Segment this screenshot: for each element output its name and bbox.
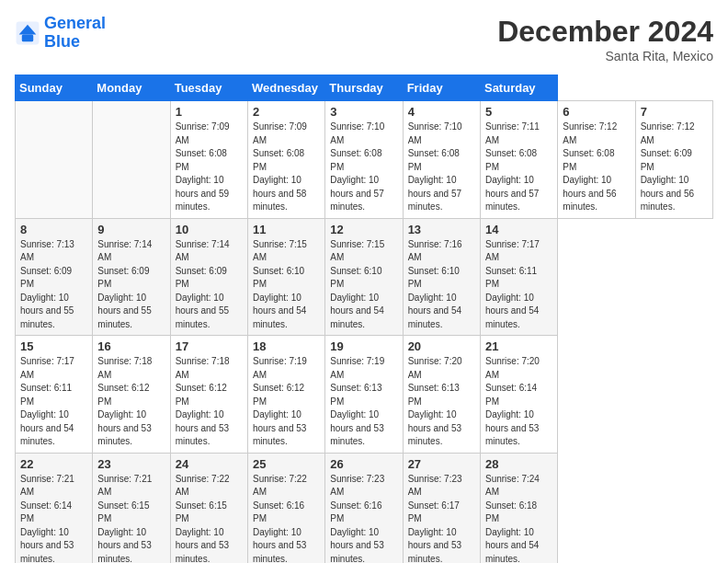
calendar-cell: 14Sunrise: 7:17 AMSunset: 6:11 PMDayligh… — [480, 218, 557, 336]
day-number: 13 — [408, 223, 475, 236]
day-info: Sunrise: 7:19 AMSunset: 6:13 PMDaylight:… — [330, 355, 397, 449]
day-number: 26 — [330, 457, 397, 471]
calendar-cell: 23Sunrise: 7:21 AMSunset: 6:15 PMDayligh… — [93, 453, 170, 563]
day-info: Sunrise: 7:10 AMSunset: 6:08 PMDaylight:… — [330, 121, 397, 214]
day-number: 4 — [408, 105, 475, 119]
day-info: Sunrise: 7:09 AMSunset: 6:08 PMDaylight:… — [253, 121, 320, 214]
day-info: Sunrise: 7:09 AMSunset: 6:08 PMDaylight:… — [176, 121, 243, 214]
calendar-cell: 15Sunrise: 7:17 AMSunset: 6:11 PMDayligh… — [16, 336, 93, 454]
calendar-cell: 7Sunrise: 7:12 AMSunset: 6:09 PMDaylight… — [635, 101, 712, 219]
day-number: 12 — [330, 223, 397, 236]
day-number: 22 — [20, 457, 87, 471]
day-info: Sunrise: 7:12 AMSunset: 6:08 PMDaylight:… — [563, 121, 630, 214]
calendar-week-row: 1Sunrise: 7:09 AMSunset: 6:08 PMDaylight… — [16, 101, 713, 219]
day-info: Sunrise: 7:22 AMSunset: 6:15 PMDaylight:… — [176, 473, 243, 564]
logo-icon — [15, 20, 40, 46]
day-info: Sunrise: 7:23 AMSunset: 6:17 PMDaylight:… — [408, 473, 475, 564]
calendar-cell: 4Sunrise: 7:10 AMSunset: 6:08 PMDaylight… — [403, 101, 480, 219]
calendar-cell — [16, 101, 93, 219]
day-number: 24 — [176, 457, 243, 471]
weekday-header: Friday — [403, 75, 480, 101]
title-block: December 2024 Santa Rita, Mexico — [497, 15, 713, 63]
day-info: Sunrise: 7:23 AMSunset: 6:16 PMDaylight:… — [330, 473, 397, 564]
day-number: 14 — [485, 223, 552, 236]
calendar-cell: 24Sunrise: 7:22 AMSunset: 6:15 PMDayligh… — [170, 453, 247, 563]
logo: General Blue — [15, 15, 106, 52]
day-info: Sunrise: 7:19 AMSunset: 6:12 PMDaylight:… — [253, 355, 320, 449]
weekday-header: Monday — [93, 75, 170, 101]
day-number: 2 — [253, 105, 320, 119]
day-info: Sunrise: 7:15 AMSunset: 6:10 PMDaylight:… — [330, 238, 397, 332]
day-number: 21 — [485, 339, 552, 353]
day-info: Sunrise: 7:17 AMSunset: 6:11 PMDaylight:… — [20, 355, 87, 449]
weekday-header: Thursday — [325, 75, 403, 101]
calendar-cell: 18Sunrise: 7:19 AMSunset: 6:12 PMDayligh… — [247, 336, 324, 454]
calendar-table: SundayMondayTuesdayWednesdayThursdayFrid… — [15, 75, 713, 563]
day-number: 16 — [97, 339, 165, 353]
location-subtitle: Santa Rita, Mexico — [497, 49, 713, 63]
day-number: 19 — [330, 339, 397, 353]
day-number: 20 — [408, 339, 475, 353]
day-info: Sunrise: 7:14 AMSunset: 6:09 PMDaylight:… — [97, 238, 165, 332]
day-number: 15 — [20, 339, 87, 353]
calendar-cell: 19Sunrise: 7:19 AMSunset: 6:13 PMDayligh… — [325, 336, 403, 454]
day-info: Sunrise: 7:18 AMSunset: 6:12 PMDaylight:… — [97, 355, 165, 449]
logo-text: General Blue — [44, 15, 106, 52]
calendar-cell: 11Sunrise: 7:15 AMSunset: 6:10 PMDayligh… — [247, 218, 324, 336]
calendar-cell: 1Sunrise: 7:09 AMSunset: 6:08 PMDaylight… — [170, 101, 247, 219]
day-number: 23 — [97, 457, 165, 471]
day-number: 11 — [253, 223, 320, 236]
day-info: Sunrise: 7:14 AMSunset: 6:09 PMDaylight:… — [176, 238, 243, 332]
day-info: Sunrise: 7:11 AMSunset: 6:08 PMDaylight:… — [485, 121, 552, 214]
weekday-header: Saturday — [480, 75, 557, 101]
calendar-week-row: 15Sunrise: 7:17 AMSunset: 6:11 PMDayligh… — [16, 336, 713, 454]
month-title: December 2024 — [497, 15, 713, 49]
weekday-header: Tuesday — [170, 75, 247, 101]
calendar-cell: 16Sunrise: 7:18 AMSunset: 6:12 PMDayligh… — [93, 336, 170, 454]
day-info: Sunrise: 7:16 AMSunset: 6:10 PMDaylight:… — [408, 238, 475, 332]
svg-rect-2 — [22, 34, 33, 41]
day-number: 28 — [485, 457, 552, 471]
calendar-cell: 8Sunrise: 7:13 AMSunset: 6:09 PMDaylight… — [16, 218, 93, 336]
day-number: 18 — [253, 339, 320, 353]
day-info: Sunrise: 7:10 AMSunset: 6:08 PMDaylight:… — [408, 121, 475, 214]
day-info: Sunrise: 7:20 AMSunset: 6:13 PMDaylight:… — [408, 355, 475, 449]
calendar-cell: 13Sunrise: 7:16 AMSunset: 6:10 PMDayligh… — [403, 218, 480, 336]
calendar-cell: 28Sunrise: 7:24 AMSunset: 6:18 PMDayligh… — [480, 453, 557, 563]
calendar-cell: 26Sunrise: 7:23 AMSunset: 6:16 PMDayligh… — [325, 453, 403, 563]
day-number: 5 — [485, 105, 552, 119]
day-info: Sunrise: 7:22 AMSunset: 6:16 PMDaylight:… — [253, 473, 320, 564]
calendar-cell: 2Sunrise: 7:09 AMSunset: 6:08 PMDaylight… — [247, 101, 324, 219]
calendar-week-row: 8Sunrise: 7:13 AMSunset: 6:09 PMDaylight… — [16, 218, 713, 336]
day-number: 8 — [20, 223, 87, 236]
day-number: 6 — [563, 105, 630, 119]
day-info: Sunrise: 7:17 AMSunset: 6:11 PMDaylight:… — [485, 238, 552, 332]
calendar-cell: 3Sunrise: 7:10 AMSunset: 6:08 PMDaylight… — [325, 101, 403, 219]
day-info: Sunrise: 7:12 AMSunset: 6:09 PMDaylight:… — [641, 121, 708, 214]
day-number: 9 — [97, 223, 165, 236]
day-number: 17 — [176, 339, 243, 353]
day-number: 3 — [330, 105, 397, 119]
weekday-header: Wednesday — [247, 75, 324, 101]
day-info: Sunrise: 7:13 AMSunset: 6:09 PMDaylight:… — [20, 238, 87, 332]
day-number: 10 — [176, 223, 243, 236]
calendar-cell: 22Sunrise: 7:21 AMSunset: 6:14 PMDayligh… — [16, 453, 93, 563]
calendar-cell — [93, 101, 170, 219]
day-info: Sunrise: 7:21 AMSunset: 6:14 PMDaylight:… — [20, 473, 87, 564]
day-info: Sunrise: 7:20 AMSunset: 6:14 PMDaylight:… — [485, 355, 552, 449]
day-info: Sunrise: 7:24 AMSunset: 6:18 PMDaylight:… — [485, 473, 552, 564]
day-number: 25 — [253, 457, 320, 471]
calendar-cell: 27Sunrise: 7:23 AMSunset: 6:17 PMDayligh… — [403, 453, 480, 563]
day-info: Sunrise: 7:18 AMSunset: 6:12 PMDaylight:… — [176, 355, 243, 449]
calendar-cell: 10Sunrise: 7:14 AMSunset: 6:09 PMDayligh… — [170, 218, 247, 336]
calendar-cell: 6Sunrise: 7:12 AMSunset: 6:08 PMDaylight… — [558, 101, 635, 219]
calendar-cell: 5Sunrise: 7:11 AMSunset: 6:08 PMDaylight… — [480, 101, 557, 219]
calendar-cell: 17Sunrise: 7:18 AMSunset: 6:12 PMDayligh… — [170, 336, 247, 454]
weekday-header: Sunday — [16, 75, 93, 101]
day-number: 27 — [408, 457, 475, 471]
calendar-cell: 25Sunrise: 7:22 AMSunset: 6:16 PMDayligh… — [247, 453, 324, 563]
calendar-cell: 9Sunrise: 7:14 AMSunset: 6:09 PMDaylight… — [93, 218, 170, 336]
calendar-week-row: 22Sunrise: 7:21 AMSunset: 6:14 PMDayligh… — [16, 453, 713, 563]
calendar-cell: 20Sunrise: 7:20 AMSunset: 6:13 PMDayligh… — [403, 336, 480, 454]
calendar-cell: 21Sunrise: 7:20 AMSunset: 6:14 PMDayligh… — [480, 336, 557, 454]
